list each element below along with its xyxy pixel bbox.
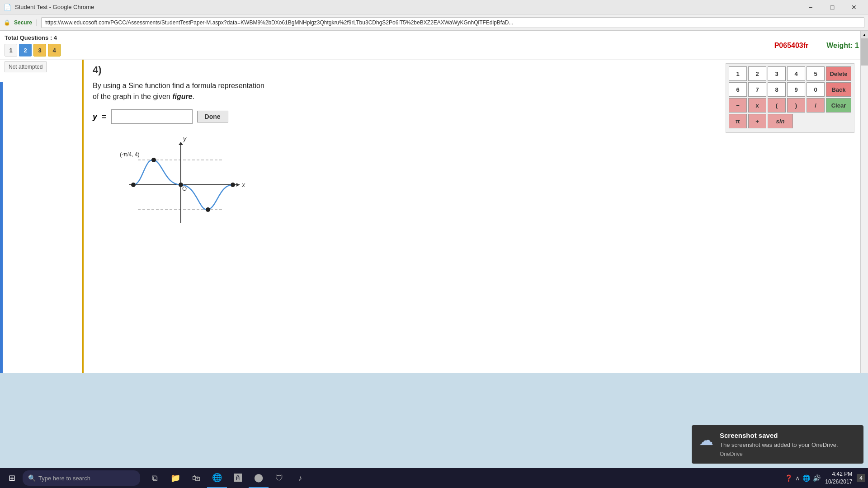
toast-content: Screenshot saved The screenshot was adde… — [720, 432, 856, 457]
weight-display: Weight: 1 — [826, 42, 859, 50]
taskbar-search-placeholder: Type here to search — [38, 475, 90, 482]
calc-btn-9[interactable]: 9 — [787, 82, 805, 97]
toast-source: OneDrive — [720, 451, 856, 457]
question-text-line1: By using a Sine function find a formula … — [93, 82, 264, 89]
title-bar-controls: − □ ✕ — [800, 0, 864, 14]
calc-btn-close-paren[interactable]: ) — [787, 98, 805, 113]
minimize-button[interactable]: − — [800, 0, 821, 14]
calc-btn-sin[interactable]: sin — [768, 114, 793, 128]
calc-btn-back[interactable]: Back — [826, 82, 851, 97]
not-attempted-tooltip: Not attempted — [5, 61, 47, 72]
svg-marker-4 — [236, 183, 240, 187]
calc-btn-4[interactable]: 4 — [787, 66, 805, 81]
calculator: 1 2 3 4 5 Delete 6 7 8 9 0 Back — [726, 63, 854, 133]
taskbar: ⊞ 🔍 Type here to search ⧉ 📁 🛍 🌐 🅰 ⬤ 🛡 ♪ … — [0, 468, 868, 488]
nav-btn-4[interactable]: 4 — [48, 44, 61, 56]
problem-id: P065403fr — [774, 42, 809, 50]
start-button[interactable]: ⊞ — [3, 469, 21, 487]
calc-row-2: 6 7 8 9 0 Back — [729, 82, 851, 97]
graph-svg: x y O (-π/4, 4) — [111, 133, 255, 232]
calc-btn-delete[interactable]: Delete — [826, 66, 851, 81]
calc-btn-1[interactable]: 1 — [729, 66, 747, 81]
clock: 4:42 PM 10/26/2017 — [825, 470, 852, 486]
clock-date: 10/26/2017 — [825, 478, 852, 486]
nav-btn-2[interactable]: 2 — [19, 44, 32, 56]
calc-row-3: − x ( ) / Clear — [729, 98, 851, 113]
scroll-up-arrow[interactable]: ▲ — [861, 31, 868, 38]
calc-btn-pi[interactable]: π — [729, 114, 747, 128]
volume-icon[interactable]: 🔊 — [813, 474, 821, 482]
lock-icon: 🔒 — [4, 19, 10, 26]
edge-icon[interactable]: 🌐 — [207, 468, 227, 488]
graph-container: x y O (-π/4, 4) — [111, 133, 255, 223]
calc-btn-divide[interactable]: / — [807, 98, 825, 113]
maximize-button[interactable]: □ — [822, 0, 843, 14]
calc-btn-clear[interactable]: Clear — [826, 98, 851, 113]
total-questions: Total Questions : 4 — [5, 34, 61, 41]
header-row: Total Questions : 4 1 2 3 4 P065403fr We… — [0, 31, 868, 60]
svg-point-11 — [179, 183, 183, 187]
svg-point-10 — [151, 158, 156, 162]
calc-btn-open-paren[interactable]: ( — [768, 98, 786, 113]
svg-point-9 — [131, 183, 136, 187]
address-input[interactable] — [41, 17, 864, 28]
header-right: P065403fr Weight: 1 — [774, 42, 859, 50]
amazon-icon[interactable]: 🅰 — [228, 468, 248, 488]
header-left: Total Questions : 4 1 2 3 4 — [5, 34, 61, 56]
question-text-italic: figure — [172, 93, 192, 100]
secure-label: Secure — [14, 19, 32, 26]
svg-point-12 — [206, 207, 210, 212]
calc-btn-3[interactable]: 3 — [768, 66, 786, 81]
calc-btn-8[interactable]: 8 — [768, 82, 786, 97]
calc-btn-x[interactable]: x — [748, 98, 766, 113]
calc-row-4: π + sin — [729, 114, 851, 128]
music-icon[interactable]: ♪ — [290, 468, 310, 488]
toast-body: The screenshot was added to your OneDriv… — [720, 441, 856, 449]
nav-btn-3[interactable]: 3 — [33, 44, 46, 56]
calc-btn-2[interactable]: 2 — [748, 66, 766, 81]
question-text-line2: of the graph in the given — [93, 93, 170, 100]
answer-input[interactable] — [111, 109, 193, 124]
nav-btn-1[interactable]: 1 — [5, 44, 17, 56]
calc-btn-6[interactable]: 6 — [729, 82, 747, 97]
windows-logo: ⊞ — [9, 473, 15, 483]
scroll-thumb[interactable] — [861, 38, 868, 66]
svg-text:(-π/4, 4): (-π/4, 4) — [120, 151, 140, 158]
calc-btn-7[interactable]: 7 — [748, 82, 766, 97]
taskview-icon[interactable]: ⧉ — [145, 468, 165, 488]
network-icon[interactable]: 🌐 — [802, 474, 810, 482]
taskbar-search-icon: 🔍 — [28, 474, 36, 482]
calc-row-1: 1 2 3 4 5 Delete — [729, 66, 851, 81]
svg-marker-5 — [179, 142, 183, 145]
svg-text:x: x — [241, 181, 245, 188]
weight-label: Weight: — [826, 42, 853, 49]
y-label: y — [93, 112, 97, 122]
calc-btn-5[interactable]: 5 — [807, 66, 825, 81]
file-explorer-icon[interactable]: 📁 — [165, 468, 185, 488]
clock-time: 4:42 PM — [825, 470, 852, 478]
store-icon[interactable]: 🛍 — [186, 468, 206, 488]
question-nav: 1 2 3 4 — [5, 44, 61, 56]
onedrive-icon: ☁ — [699, 432, 713, 449]
taskbar-icons: ⧉ 📁 🛍 🌐 🅰 ⬤ 🛡 ♪ — [145, 468, 310, 488]
chevron-icon[interactable]: ∧ — [795, 474, 800, 482]
calc-btn-plus[interactable]: + — [748, 114, 766, 128]
close-button[interactable]: ✕ — [844, 0, 864, 14]
sys-icons: ❓ ∧ 🌐 🔊 — [785, 474, 821, 482]
notification-count[interactable]: 4 — [857, 474, 865, 482]
chrome-icon[interactable]: ⬤ — [249, 468, 269, 488]
svg-point-13 — [231, 183, 235, 187]
weight-value: 1 — [855, 42, 859, 49]
title-bar: 📄 Student Test - Google Chrome − □ ✕ — [0, 0, 868, 14]
security-icon[interactable]: 🛡 — [269, 468, 289, 488]
equals-sign: = — [102, 112, 107, 122]
window-title: Student Test - Google Chrome — [15, 4, 94, 10]
calc-btn-minus[interactable]: − — [729, 98, 747, 113]
taskbar-search[interactable]: 🔍 Type here to search — [23, 470, 140, 486]
calc-btn-0[interactable]: 0 — [807, 82, 825, 97]
address-bar: 🔒 Secure | — [0, 14, 868, 31]
help-icon[interactable]: ❓ — [785, 474, 793, 482]
toast-title: Screenshot saved — [720, 432, 856, 439]
browser-icon: 📄 — [4, 4, 11, 11]
done-button[interactable]: Done — [197, 111, 228, 122]
